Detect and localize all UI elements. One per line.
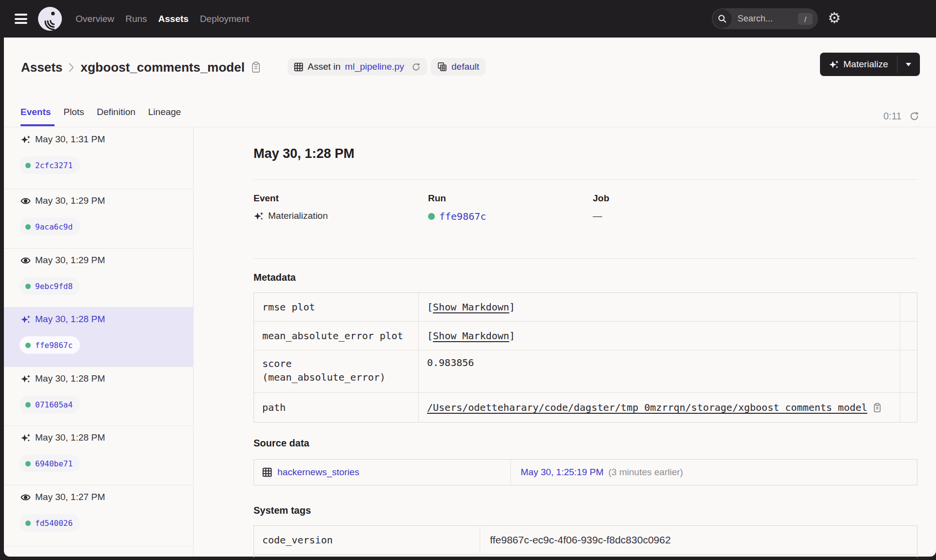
- expand-column: [900, 322, 917, 350]
- run-status-dot: [25, 224, 31, 230]
- run-id-link[interactable]: ffe9867c: [35, 341, 73, 350]
- table-grid-icon: [294, 62, 303, 72]
- run-id-link[interactable]: 2cfc3271: [35, 161, 73, 170]
- run-id-badge[interactable]: 2cfc3271: [20, 156, 80, 174]
- breadcrumb-assets-link[interactable]: Assets: [21, 60, 62, 75]
- expand-column: [900, 293, 917, 321]
- bracket: ]: [509, 330, 515, 342]
- source-time-link[interactable]: May 30, 1:25:19 PM: [521, 467, 604, 478]
- run-id-badge[interactable]: 9aca6c9d: [20, 218, 80, 235]
- tab-lineage[interactable]: Lineage: [148, 107, 181, 117]
- run-id-badge[interactable]: 071605a4: [20, 396, 80, 413]
- bracket: [: [427, 330, 433, 342]
- refresh-countdown: 0:11: [883, 111, 901, 122]
- nav-item-runs[interactable]: Runs: [125, 14, 147, 24]
- materialization-icon: [254, 211, 264, 221]
- event-list-item[interactable]: May 30, 1:31 PM 2cfc3271: [4, 127, 193, 189]
- metadata-key: score (mean_absolute_error): [254, 350, 419, 392]
- event-list-item[interactable]: May 30, 1:29 PM 9aca6c9d: [4, 189, 193, 248]
- run-id-link[interactable]: fd540026: [35, 519, 73, 528]
- asset-group-badge[interactable]: default: [431, 58, 486, 76]
- sparkle-icon: [829, 59, 839, 70]
- source-data-table: hackernews_stories May 30, 1:25:19 PM (3…: [254, 459, 917, 485]
- divider: [254, 179, 917, 180]
- table-row: code_version ffe9867c-ec9c-4f06-939c-f8d…: [254, 526, 917, 554]
- materialize-split-button: Materialize: [820, 53, 920, 76]
- run-status-dot: [25, 521, 31, 526]
- run-id-link[interactable]: ffe9867c: [439, 211, 486, 222]
- active-tab-underline: [20, 124, 55, 126]
- metadata-table: rmse plot [Show Markdown] mean_absolute_…: [254, 292, 917, 423]
- source-data-heading: Source data: [254, 438, 309, 449]
- job-column-header: Job: [593, 193, 609, 204]
- breadcrumb: Assets xgboost_comments_model: [21, 55, 261, 80]
- run-id-badge[interactable]: 6940be71: [20, 455, 80, 472]
- table-row-partial: [254, 554, 917, 558]
- search-input[interactable]: [737, 13, 792, 24]
- pipeline-file-link[interactable]: ml_pipeline.py: [345, 61, 404, 72]
- event-list-item[interactable]: May 30, 1:29 PM 9ebc9fd8: [4, 248, 193, 307]
- table-grid-icon: [262, 467, 272, 477]
- search-box[interactable]: /: [712, 8, 818, 29]
- event-detail-title: May 30, 1:28 PM: [254, 146, 354, 161]
- copy-asset-name-icon[interactable]: [251, 61, 261, 73]
- run-status-dot: [25, 284, 31, 289]
- metadata-key: mean_absolute_error plot: [254, 322, 419, 350]
- run-value: ffe9867c: [428, 211, 486, 222]
- event-list-item-selected[interactable]: May 30, 1:28 PM ffe9867c: [4, 307, 193, 367]
- event-list-item-partial: [4, 546, 193, 557]
- run-id-badge[interactable]: ffe9867c: [20, 336, 80, 354]
- nav-item-overview[interactable]: Overview: [76, 14, 114, 24]
- dagster-app: Overview Runs Assets Deployment / ⚙ Asse…: [0, 0, 936, 560]
- event-list-item[interactable]: May 30, 1:28 PM 071605a4: [4, 367, 193, 425]
- group-badge-label: default: [451, 61, 479, 72]
- event-timestamp: May 30, 1:28 PM: [35, 432, 105, 443]
- event-list-item[interactable]: May 30, 1:27 PM fd540026: [4, 485, 193, 546]
- run-status-dot: [25, 343, 31, 348]
- refresh-icon[interactable]: [909, 111, 919, 121]
- materialization-icon: [20, 135, 31, 145]
- event-timestamp: May 30, 1:29 PM: [35, 255, 105, 266]
- source-asset-link[interactable]: hackernews_stories: [277, 467, 359, 478]
- chevron-right-icon: [69, 63, 74, 72]
- copy-path-icon[interactable]: [873, 403, 881, 413]
- run-id-badge[interactable]: 9ebc9fd8: [20, 277, 80, 295]
- run-id-link[interactable]: 071605a4: [35, 400, 73, 409]
- hamburger-menu-icon[interactable]: [15, 14, 28, 24]
- tab-plots[interactable]: Plots: [63, 107, 84, 117]
- tab-events[interactable]: Events: [20, 107, 51, 117]
- nav-item-deployment[interactable]: Deployment: [200, 14, 249, 24]
- observation-eye-icon: [20, 196, 31, 206]
- materialize-dropdown-button[interactable]: [897, 53, 920, 76]
- run-id-badge[interactable]: fd540026: [20, 514, 80, 532]
- run-id-link[interactable]: 6940be71: [35, 459, 73, 468]
- gear-icon[interactable]: ⚙: [828, 11, 841, 25]
- event-list-item[interactable]: May 30, 1:28 PM 6940be71: [4, 425, 193, 485]
- search-icon: [713, 9, 732, 28]
- run-id-link[interactable]: 9aca6c9d: [35, 222, 73, 232]
- materialize-button[interactable]: Materialize: [820, 53, 897, 76]
- bracket: ]: [509, 301, 515, 313]
- metadata-key: path: [254, 393, 419, 422]
- search-shortcut-key: /: [798, 13, 813, 25]
- nav-item-assets[interactable]: Assets: [158, 14, 189, 24]
- show-markdown-link[interactable]: Show Markdown: [433, 330, 509, 342]
- source-asset-cell: hackernews_stories: [254, 460, 511, 485]
- asset-in-label: Asset in: [308, 61, 341, 72]
- reload-icon[interactable]: [411, 62, 421, 72]
- dagster-logo-icon[interactable]: [38, 6, 62, 31]
- metadata-value: [Show Markdown]: [419, 322, 900, 350]
- event-timestamp: May 30, 1:27 PM: [35, 492, 105, 502]
- asset-location-badge[interactable]: Asset in ml_pipeline.py: [288, 58, 427, 76]
- metadata-value: /Users/odetteharary/code/dagster/tmp_0mz…: [419, 393, 900, 422]
- materialization-icon: [20, 374, 31, 384]
- divider: [254, 258, 917, 259]
- event-timestamp: May 30, 1:28 PM: [35, 373, 105, 384]
- run-id-link[interactable]: 9ebc9fd8: [35, 282, 73, 291]
- sidebar-divider: [193, 127, 194, 557]
- path-link[interactable]: /Users/odetteharary/code/dagster/tmp_0mz…: [427, 402, 867, 413]
- event-timestamp: May 30, 1:31 PM: [35, 134, 105, 145]
- refresh-timer-group: 0:11: [883, 111, 919, 122]
- show-markdown-link[interactable]: Show Markdown: [433, 301, 509, 313]
- tab-definition[interactable]: Definition: [97, 107, 136, 117]
